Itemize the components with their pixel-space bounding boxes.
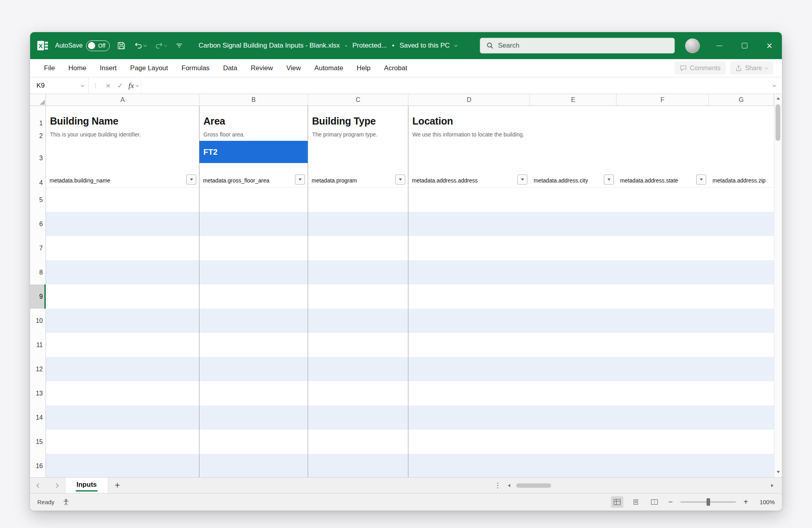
- saved-status-dropdown-icon[interactable]: [454, 43, 458, 46]
- sheet-nav-next[interactable]: [48, 478, 65, 493]
- row-header-7[interactable]: 7: [30, 236, 46, 260]
- row-header-9[interactable]: 9: [30, 284, 46, 309]
- saved-status-label[interactable]: Saved to this PC: [400, 42, 450, 50]
- customize-quick-access-button[interactable]: [174, 38, 184, 54]
- cell-C7[interactable]: [308, 236, 408, 260]
- cell-B7[interactable]: [199, 236, 308, 260]
- row-header-13[interactable]: 13: [30, 381, 46, 405]
- column-header-G[interactable]: G: [709, 94, 774, 106]
- cell-A14[interactable]: [46, 405, 199, 430]
- cell-B14[interactable]: [199, 405, 308, 430]
- close-button[interactable]: ×: [757, 32, 782, 59]
- section-desc-C[interactable]: The primary program type.: [308, 128, 408, 141]
- column-header-D[interactable]: D: [408, 94, 530, 106]
- sheet-nav-previous[interactable]: [30, 478, 48, 493]
- name-box[interactable]: K9: [30, 77, 89, 94]
- cell-D16[interactable]: [408, 454, 774, 477]
- menu-review[interactable]: Review: [244, 59, 280, 77]
- field-cell-B4[interactable]: metadata.gross_floor_area: [199, 163, 308, 188]
- sheet-tab-inputs[interactable]: Inputs: [65, 478, 108, 493]
- field-cell-C4[interactable]: metadata.program: [308, 163, 408, 188]
- cell-D15[interactable]: [408, 430, 774, 454]
- cell-A3[interactable]: [46, 141, 199, 163]
- cell-C9[interactable]: [308, 284, 408, 309]
- section-title-D[interactable]: Location: [408, 106, 774, 128]
- menu-help[interactable]: Help: [350, 59, 377, 77]
- comments-button[interactable]: Comments: [674, 61, 726, 75]
- cell-A9[interactable]: [46, 284, 199, 309]
- formula-enter-button[interactable]: ✓: [114, 80, 126, 92]
- tab-overflow-menu[interactable]: ⋮: [491, 478, 504, 493]
- column-header-F[interactable]: F: [617, 94, 709, 106]
- cell-A13[interactable]: [46, 381, 199, 405]
- column-header-B[interactable]: B: [199, 94, 308, 106]
- row-header-15[interactable]: 15: [30, 430, 46, 454]
- cell-D9[interactable]: [408, 284, 774, 309]
- field-cell-F4[interactable]: metadata.address.state: [617, 163, 709, 188]
- search-input[interactable]: [498, 42, 668, 50]
- field-cell-G4[interactable]: metadata.address.zip: [709, 163, 774, 188]
- vertical-scroll-thumb[interactable]: [776, 104, 780, 141]
- redo-dropdown-icon[interactable]: [164, 43, 167, 46]
- menu-page-layout[interactable]: Page Layout: [123, 59, 174, 77]
- cell-D3[interactable]: [408, 141, 774, 163]
- cell-C12[interactable]: [308, 357, 408, 381]
- cell-A6[interactable]: [46, 212, 199, 236]
- cell-C8[interactable]: [308, 260, 408, 284]
- accessibility-icon[interactable]: [62, 498, 70, 506]
- autosave-toggle[interactable]: Off: [86, 40, 109, 51]
- field-dropdown-button[interactable]: [517, 175, 527, 184]
- vertical-scrollbar[interactable]: [774, 94, 782, 477]
- cell-D14[interactable]: [408, 405, 774, 430]
- minimize-button[interactable]: [707, 32, 732, 59]
- horizontal-scroll-thumb[interactable]: [516, 483, 551, 488]
- cell-D5[interactable]: [408, 188, 774, 212]
- cell-C6[interactable]: [308, 212, 408, 236]
- cell-A7[interactable]: [46, 236, 199, 260]
- scroll-down-button[interactable]: [774, 468, 782, 476]
- cell-B10[interactable]: [199, 309, 308, 333]
- zoom-in-button[interactable]: +: [742, 497, 749, 507]
- undo-button[interactable]: [133, 38, 147, 54]
- insert-function-button[interactable]: fx: [128, 81, 138, 90]
- menu-file[interactable]: File: [37, 59, 61, 77]
- select-all-corner[interactable]: [30, 94, 46, 106]
- row-header-1[interactable]: 1: [30, 106, 46, 128]
- profile-avatar[interactable]: [685, 38, 700, 53]
- cell-A15[interactable]: [46, 430, 199, 454]
- field-cell-A4[interactable]: metadata.building_name: [46, 163, 199, 188]
- row-header-16[interactable]: 16: [30, 454, 46, 477]
- cell-B8[interactable]: [199, 260, 308, 284]
- menu-acrobat[interactable]: Acrobat: [377, 59, 414, 77]
- formula-bar-handle[interactable]: ⋮: [92, 82, 99, 89]
- cell-B6[interactable]: [199, 212, 308, 236]
- zoom-level-label[interactable]: 100%: [756, 499, 775, 505]
- page-break-view-button[interactable]: [648, 496, 661, 508]
- cell-B5[interactable]: [199, 188, 308, 212]
- cell-B12[interactable]: [199, 357, 308, 381]
- column-header-E[interactable]: E: [530, 94, 617, 106]
- zoom-out-button[interactable]: −: [667, 497, 674, 507]
- row-header-8[interactable]: 8: [30, 260, 46, 284]
- scroll-up-button[interactable]: [774, 94, 782, 103]
- cell-A5[interactable]: [46, 188, 199, 212]
- cell-C3[interactable]: [308, 141, 408, 163]
- search-box[interactable]: [480, 38, 675, 54]
- cell-A12[interactable]: [46, 357, 199, 381]
- section-desc-A[interactable]: This is your unique building identifier.: [46, 128, 199, 141]
- cell-D7[interactable]: [408, 236, 774, 260]
- field-dropdown-button[interactable]: [604, 175, 614, 184]
- row-header-14[interactable]: 14: [30, 405, 46, 430]
- horizontal-scroll-track[interactable]: [514, 478, 768, 493]
- cell-C15[interactable]: [308, 430, 408, 454]
- column-header-A[interactable]: A: [46, 94, 199, 106]
- excel-app-icon[interactable]: X: [36, 39, 49, 52]
- menu-view[interactable]: View: [280, 59, 308, 77]
- formula-bar-expand-icon[interactable]: [773, 83, 776, 86]
- name-box-dropdown-icon[interactable]: [81, 83, 84, 86]
- cell-A8[interactable]: [46, 260, 199, 284]
- save-button[interactable]: [116, 38, 127, 54]
- scroll-right-button[interactable]: [768, 484, 777, 487]
- maximize-button[interactable]: [732, 32, 757, 59]
- undo-dropdown-icon[interactable]: [144, 43, 147, 46]
